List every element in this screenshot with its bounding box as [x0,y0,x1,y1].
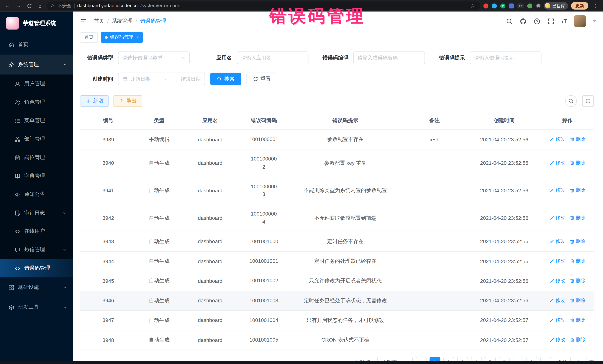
delete-link[interactable]: 删除 [570,215,586,221]
extension-icon-blue[interactable] [492,3,497,8]
edit-link[interactable]: 修改 [549,136,565,143]
extensions-puzzle-icon[interactable] [536,3,541,8]
error-type-select[interactable]: 请选择错误码类型 [118,52,190,64]
browser-menu-icon[interactable]: ⋮ [591,2,599,10]
delete-link[interactable]: 删除 [570,278,586,284]
edit-link[interactable]: 修改 [549,258,565,265]
cell-created: 2021-04-20 23:52:56 [468,252,541,271]
sidebar-item-dept[interactable]: 部门管理 [0,130,73,148]
delete-link[interactable]: 删除 [570,187,586,194]
home-icon [9,42,14,47]
collapse-sidebar-icon[interactable] [80,18,87,24]
page-button[interactable]: 2 [443,357,454,361]
back-button[interactable]: ← [4,2,12,10]
delete-link[interactable]: 删除 [570,337,586,343]
cell-app: dashboard [182,177,238,204]
export-button[interactable]: 导出 [113,95,142,107]
user-avatar[interactable] [574,15,586,27]
edit-link[interactable]: 修改 [549,160,565,166]
address-bar[interactable]: ⚠ 不安全 dashboard.yudao.iocoder.cn/system/… [47,1,480,10]
extension-icon-leaf[interactable] [527,3,532,8]
page-size-select[interactable]: 10条/页 [377,357,412,361]
sidebar-item-label: 首页 [18,41,28,48]
sidebar-item-errcode[interactable]: 错误码管理 [0,259,73,277]
font-size-icon[interactable]: TT [561,18,567,24]
page-button[interactable]: 4 [471,357,482,361]
sidebar-item-user[interactable]: 用户管理 [0,75,73,93]
reload-button[interactable] [25,2,33,10]
delete-link[interactable]: 删除 [570,297,586,304]
error-code-input[interactable] [353,52,425,64]
extension-icon-red[interactable] [483,3,488,8]
search-toggle-button[interactable] [565,95,577,107]
edit-link[interactable]: 修改 [549,187,565,194]
adblock-badge[interactable]: on [517,3,524,8]
breadcrumb-home[interactable]: 首页 [94,18,109,24]
delete-link[interactable]: 删除 [570,317,586,323]
extension-icon-green[interactable]: V [500,3,505,8]
cell-app: dashboard [182,204,238,232]
sidebar-item-online[interactable]: 在线用户 [0,222,73,240]
sidebar-item-role[interactable]: 角色管理 [0,93,73,111]
sidebar-item-infra[interactable]: 基础设施 [0,277,73,297]
cell-id: 3946 [80,291,137,310]
date-range-picker[interactable]: 开始日期 - 结束日期 [118,73,205,85]
bookmark-star-icon[interactable]: ☆ [469,2,476,10]
next-page-button[interactable] [540,357,551,361]
add-button[interactable]: 新增 [80,95,109,107]
sidebar-logo[interactable]: 芋道管理系统 [0,11,73,34]
edit-link[interactable]: 修改 [549,317,565,323]
sidebar-item-label: 在线用户 [24,228,45,235]
goto-page-input[interactable] [570,357,586,361]
help-icon[interactable] [534,18,540,24]
breadcrumb-system[interactable]: 系统管理 [112,18,137,24]
avatar-dropdown-caret-icon[interactable] [593,20,596,22]
search-icon[interactable] [506,18,513,24]
delete-link[interactable]: 删除 [570,160,586,166]
app-name-input[interactable] [237,52,309,64]
page-button[interactable]: 3 [457,357,468,361]
browser-update-button[interactable]: 更新 [571,2,588,10]
refresh-table-button[interactable] [582,95,594,107]
edit-link[interactable]: 修改 [549,278,565,284]
sidebar-item-notice[interactable]: 通知公告 [0,185,73,203]
cell-hint: 只允许修改为开启或者关闭状态 [289,271,402,291]
close-tab-icon[interactable]: × [136,35,139,40]
page-button[interactable]: 8 [526,357,537,361]
page-button[interactable]: 1 [429,357,440,361]
browser-profile-chip[interactable]: 已暂停 [544,2,568,10]
edit-link[interactable]: 修改 [549,238,565,245]
reset-button[interactable]: 重置 [247,73,277,85]
delete-link[interactable]: 删除 [570,238,586,245]
sidebar-item-label: 错误码管理 [24,265,50,272]
home-button[interactable]: ⌂ [36,2,44,10]
error-hint-input[interactable] [470,52,542,64]
start-date-placeholder: 开始日期 [130,76,151,82]
delete-link[interactable]: 删除 [570,136,586,143]
sidebar-item-system[interactable]: 系统管理 [0,55,73,75]
tab-error-code[interactable]: 错误码管理 × [101,32,143,43]
delete-link[interactable]: 删除 [570,258,586,265]
page-button[interactable]: 5 [485,357,496,361]
search-button[interactable]: 搜索 [210,73,241,85]
edit-link[interactable]: 修改 [549,215,565,221]
audit-icon [15,210,20,216]
url-path: /system/error-code [140,3,180,9]
extension-icon-bars[interactable] [509,3,514,8]
edit-link[interactable]: 修改 [549,337,565,343]
sidebar-item-audit[interactable]: 审计日志 [0,204,73,222]
sidebar-item-home[interactable]: 首页 [0,35,73,55]
sidebar-item-sms[interactable]: 短信管理 [0,241,73,259]
fullscreen-icon[interactable] [547,18,554,24]
sidebar-item-devtool[interactable]: 研发工具 [0,297,73,317]
github-icon[interactable] [520,18,526,24]
sidebar-item-menu[interactable]: 菜单管理 [0,111,73,130]
forward-button[interactable]: → [15,2,22,10]
edit-link[interactable]: 修改 [549,297,565,304]
prev-page-button[interactable] [416,357,426,361]
tab-home[interactable]: 首页 [80,32,98,43]
sidebar-item-dict[interactable]: 字典管理 [0,167,73,185]
page-button[interactable]: 6 [499,357,509,361]
sidebar-item-post[interactable]: 岗位管理 [0,148,73,167]
page-ellipsis[interactable]: ••• [512,357,523,361]
